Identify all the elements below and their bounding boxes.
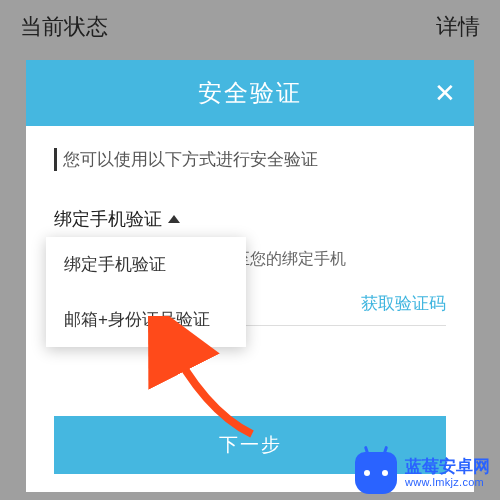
select-value: 绑定手机验证	[54, 207, 162, 231]
verification-method-select[interactable]: 绑定手机验证 绑定手机验证 邮箱+身份证号验证	[54, 207, 446, 231]
dropdown-option-email-id[interactable]: 邮箱+身份证号验证	[46, 292, 246, 347]
android-logo-icon	[355, 452, 397, 494]
dialog-header: 安全验证 ✕	[26, 60, 474, 126]
watermark-url: www.lmkjz.com	[405, 476, 490, 488]
dialog-body: 您可以使用以下方式进行安全验证 绑定手机验证 绑定手机验证 邮箱+身份证号验证 …	[26, 126, 474, 492]
phone-hint: 至您的绑定手机	[234, 249, 446, 270]
caret-up-icon	[168, 215, 180, 223]
close-icon[interactable]: ✕	[434, 80, 458, 106]
security-dialog: 安全验证 ✕ 您可以使用以下方式进行安全验证 绑定手机验证 绑定手机验证 邮箱+…	[26, 60, 474, 492]
watermark: 蓝莓安卓网 www.lmkjz.com	[355, 452, 490, 494]
watermark-title: 蓝莓安卓网	[405, 458, 490, 477]
dropdown-option-phone[interactable]: 绑定手机验证	[46, 237, 246, 292]
watermark-text: 蓝莓安卓网 www.lmkjz.com	[405, 458, 490, 489]
instruction-text: 您可以使用以下方式进行安全验证	[54, 148, 446, 171]
get-code-button[interactable]: 获取验证码	[349, 292, 446, 315]
dropdown-menu: 绑定手机验证 邮箱+身份证号验证	[46, 237, 246, 347]
select-display[interactable]: 绑定手机验证	[54, 207, 180, 231]
dialog-title: 安全验证	[198, 77, 302, 109]
